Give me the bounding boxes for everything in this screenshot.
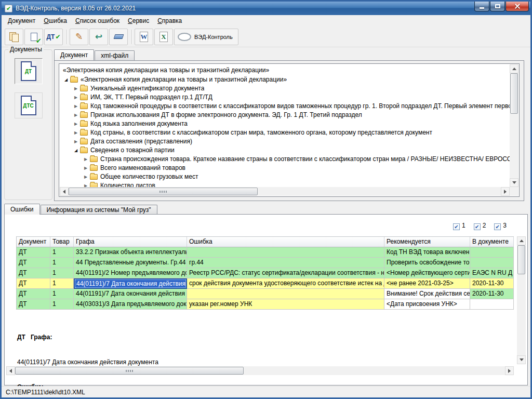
tree-item[interactable]: ▶Код языка заполнения документа bbox=[60, 119, 510, 128]
error-cell[interactable]: Внимание! Срок действия сертификата bbox=[384, 289, 470, 299]
collapse-icon[interactable]: ◢ bbox=[63, 75, 69, 84]
undo-button[interactable]: ↩ bbox=[89, 29, 108, 45]
error-cell[interactable]: 1 bbox=[50, 278, 74, 289]
error-cell[interactable]: гр.44 bbox=[187, 258, 384, 268]
tab-xml-file[interactable]: xml-файл bbox=[95, 50, 135, 60]
expand-icon[interactable]: ▶ bbox=[83, 172, 89, 181]
expand-icon[interactable]: ▶ bbox=[73, 84, 79, 93]
column-header[interactable]: Графа bbox=[74, 237, 187, 247]
error-cell[interactable] bbox=[470, 247, 514, 258]
ved-control-button[interactable]: ВЭД-Контроль bbox=[174, 29, 238, 45]
error-cell[interactable]: Проверить освобождение товара bbox=[384, 258, 470, 268]
error-cell[interactable]: 44(01191)/7 Дата окончания действия доку… bbox=[74, 278, 187, 289]
filter-checkbox[interactable]: ✔ bbox=[474, 223, 481, 230]
scrollbar-thumb[interactable] bbox=[510, 73, 518, 114]
minimize-button[interactable] bbox=[474, 2, 489, 11]
menu-item-help[interactable]: Справка bbox=[153, 16, 186, 26]
error-cell[interactable] bbox=[470, 258, 514, 268]
collapse-icon[interactable]: ◢ bbox=[73, 146, 79, 155]
error-row[interactable]: ДТ144 Представленные документы. Гр.44гр.… bbox=[17, 258, 514, 268]
error-cell[interactable]: ДТ bbox=[17, 258, 50, 268]
expand-icon[interactable]: ▶ bbox=[83, 155, 89, 164]
expand-icon[interactable]: ▶ bbox=[73, 111, 79, 119]
error-cell[interactable]: 33.2.2 Признак объекта интеллектуальной … bbox=[74, 247, 187, 258]
column-header[interactable]: Документ bbox=[17, 237, 50, 247]
dts-document-button[interactable]: ДТС bbox=[15, 92, 43, 118]
error-cell[interactable]: ДТ bbox=[17, 268, 50, 278]
tree-item[interactable]: ▶Всего наименований товаров bbox=[60, 164, 510, 172]
tree-item[interactable]: ▶Код страны, в соответствии с классифика… bbox=[60, 128, 510, 137]
tree-vertical-scrollbar[interactable] bbox=[510, 64, 518, 187]
error-cell[interactable]: 1 bbox=[50, 247, 74, 258]
scroll-down-button[interactable] bbox=[517, 355, 526, 364]
error-cell[interactable]: Код ТН ВЭД товара включен в bbox=[384, 247, 470, 258]
menu-item-error[interactable]: Ошибка bbox=[39, 16, 71, 26]
column-header[interactable]: Рекомендуется bbox=[384, 237, 470, 247]
scroll-up-button[interactable] bbox=[510, 64, 518, 73]
menu-item-error-list[interactable]: Список ошибок bbox=[71, 16, 124, 26]
column-header[interactable]: В документе bbox=[470, 237, 514, 247]
tree-item[interactable]: ▶Страна происхождения товара. Краткое на… bbox=[60, 155, 510, 164]
error-cell[interactable]: ЕАЭС N RU Д bbox=[470, 268, 514, 278]
error-cell[interactable]: 2020-11-30 bbox=[470, 289, 514, 299]
errors-vertical-scrollbar[interactable] bbox=[517, 236, 526, 364]
tree-item[interactable]: ◢Сведения о товарной партии bbox=[60, 146, 510, 155]
error-cell[interactable]: <не ранее 2021-03-25> bbox=[384, 278, 470, 289]
error-cell[interactable] bbox=[187, 247, 384, 258]
export-word-button[interactable]: W bbox=[135, 29, 153, 45]
expand-icon[interactable]: ▶ bbox=[73, 119, 79, 128]
close-button[interactable] bbox=[506, 2, 529, 11]
error-cell[interactable]: Реестр РСС/РДС: статус сертификата/декла… bbox=[187, 268, 384, 278]
expand-icon[interactable]: ▶ bbox=[83, 164, 89, 172]
error-cell[interactable]: 1 bbox=[50, 268, 74, 278]
tree-item[interactable]: ▶Признак использования ДТ в форме электр… bbox=[60, 111, 510, 119]
errors-horizontal-scrollbar[interactable] bbox=[6, 366, 514, 375]
tab-document[interactable]: Документ bbox=[54, 49, 94, 60]
error-cell[interactable]: срок действия документа удостоверяющего … bbox=[187, 278, 384, 289]
menu-item-service[interactable]: Сервис bbox=[124, 16, 153, 26]
tree-item[interactable]: ◢«Электронная копия декларации на товары… bbox=[60, 75, 510, 84]
expand-icon[interactable]: ▶ bbox=[73, 137, 79, 146]
error-cell[interactable]: <Дата присвоения УНК> bbox=[384, 299, 470, 310]
scroll-down-button[interactable] bbox=[510, 178, 518, 187]
edit-button[interactable]: ✎ bbox=[70, 29, 88, 45]
error-cell[interactable]: <Номер действующего сертификата> bbox=[384, 268, 470, 278]
export-excel-button[interactable]: X bbox=[154, 29, 173, 45]
tab-errors[interactable]: Ошибки bbox=[4, 204, 40, 215]
error-cell[interactable]: ДТ bbox=[17, 289, 50, 299]
tree-item[interactable]: ▶ИМ, ЭК, ТТ. Первый подраздел гр.1 ДТ/ТД bbox=[60, 93, 510, 102]
filter-checkbox[interactable]: ✔ bbox=[494, 223, 501, 230]
error-row[interactable]: ДТ144(01191)/2 Номер предъявляемого доку… bbox=[17, 268, 514, 278]
scrollbar-thumb[interactable] bbox=[517, 245, 525, 274]
error-cell[interactable]: указан рег.номер УНК bbox=[187, 299, 384, 310]
error-cell[interactable]: 44 Представленные документы. Гр.44 bbox=[74, 258, 187, 268]
error-cell[interactable]: ДТ bbox=[17, 247, 50, 258]
error-cell[interactable]: ДТ bbox=[17, 299, 50, 310]
menu-item-document[interactable]: Документ bbox=[4, 16, 39, 26]
error-cell[interactable] bbox=[187, 289, 384, 299]
dt-document-button[interactable]: ДТ bbox=[15, 58, 43, 84]
scrollbar-thumb[interactable] bbox=[69, 188, 258, 195]
error-row[interactable]: ДТ133.2.2 Признак объекта интеллектуальн… bbox=[17, 247, 514, 258]
check-dt-button[interactable]: ДТ ✔ bbox=[44, 29, 63, 45]
tree-item[interactable]: ▶Уникальный идентификатор документа bbox=[60, 84, 510, 93]
error-cell[interactable]: 2020-11-30 bbox=[470, 278, 514, 289]
open-documents-button[interactable] bbox=[5, 29, 23, 45]
expand-icon[interactable]: ▶ bbox=[83, 181, 89, 187]
error-row[interactable]: ДТ144(03031)/3 Дата предъявляемого докум… bbox=[17, 299, 514, 310]
tree-item[interactable]: ▶Код таможенной процедуры в соответствии… bbox=[60, 102, 510, 111]
maximize-button[interactable] bbox=[490, 2, 505, 11]
scroll-left-button[interactable] bbox=[6, 366, 15, 375]
scroll-left-button[interactable] bbox=[60, 187, 69, 196]
error-cell[interactable]: 1 bbox=[50, 258, 74, 268]
tree-item[interactable]: ▶Общее количество грузовых мест bbox=[60, 172, 510, 181]
column-header[interactable]: Ошибка bbox=[187, 237, 384, 247]
clear-button[interactable] bbox=[109, 29, 128, 45]
error-cell[interactable]: 1 bbox=[50, 299, 74, 310]
error-cell[interactable]: 44(03031)/3 Дата предъявляемого документ… bbox=[74, 299, 187, 310]
scroll-right-button[interactable] bbox=[505, 366, 514, 375]
expand-icon[interactable]: ▶ bbox=[73, 93, 79, 102]
error-cell[interactable]: ДТ bbox=[17, 278, 50, 289]
expand-icon[interactable]: ▶ bbox=[73, 128, 79, 137]
column-header[interactable]: Товар bbox=[50, 237, 74, 247]
